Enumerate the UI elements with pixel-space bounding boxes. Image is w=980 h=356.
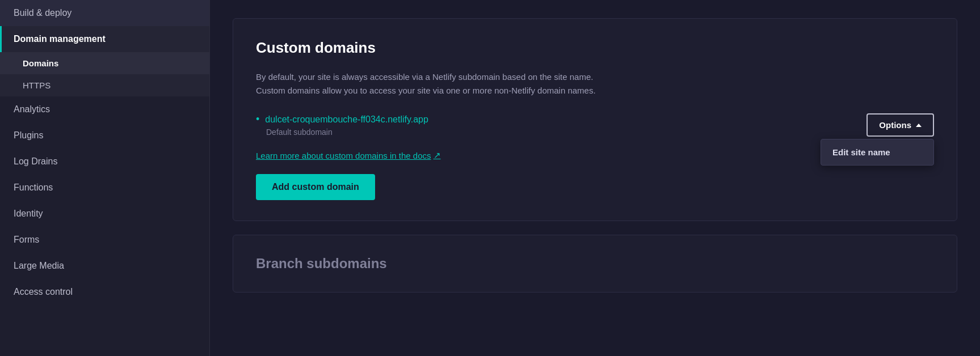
sidebar-item-large-media[interactable]: Large Media xyxy=(0,253,209,279)
sidebar-item-domain-management[interactable]: Domain management xyxy=(0,26,209,52)
options-button[interactable]: Options xyxy=(867,113,934,137)
dropdown-item-edit-site-name[interactable]: Edit site name xyxy=(821,139,933,165)
custom-domains-title: Custom domains xyxy=(256,39,934,57)
learn-more-link[interactable]: Learn more about custom domains in the d… xyxy=(256,150,441,160)
sidebar-item-forms[interactable]: Forms xyxy=(0,227,209,253)
sidebar-item-log-drains[interactable]: Log Drains xyxy=(0,149,209,175)
default-subdomain-label: Default subdomain xyxy=(256,128,428,137)
sidebar-item-analytics[interactable]: Analytics xyxy=(0,96,209,122)
sidebar: Build & deploy Domain management Domains… xyxy=(0,0,210,356)
branch-subdomains-card: Branch subdomains xyxy=(233,235,957,293)
sidebar-item-access-control[interactable]: Access control xyxy=(0,279,209,305)
domain-bullet: • dulcet-croquembouche-ff034c.netlify.ap… xyxy=(256,113,428,125)
domain-info: • dulcet-croquembouche-ff034c.netlify.ap… xyxy=(256,113,428,137)
main-content: Custom domains By default, your site is … xyxy=(210,0,980,356)
sidebar-item-plugins[interactable]: Plugins xyxy=(0,122,209,149)
sidebar-item-build-deploy[interactable]: Build & deploy xyxy=(0,0,209,26)
domain-link[interactable]: dulcet-croquembouche-ff034c.netlify.app xyxy=(265,115,428,125)
sidebar-item-functions[interactable]: Functions xyxy=(0,175,209,201)
options-dropdown: Edit site name xyxy=(821,139,934,166)
sidebar-item-identity[interactable]: Identity xyxy=(0,201,209,227)
options-button-wrapper: Options Edit site name xyxy=(867,113,934,137)
add-custom-domain-button[interactable]: Add custom domain xyxy=(256,174,375,200)
bullet-dot: • xyxy=(256,113,259,125)
branch-subdomains-title: Branch subdomains xyxy=(256,256,934,272)
custom-domains-card: Custom domains By default, your site is … xyxy=(233,18,957,221)
sidebar-sub-item-domains[interactable]: Domains xyxy=(0,52,209,74)
custom-domains-description: By default, your site is always accessib… xyxy=(256,70,934,98)
sidebar-sub-item-https[interactable]: HTTPS xyxy=(0,74,209,96)
domain-entry: • dulcet-croquembouche-ff034c.netlify.ap… xyxy=(256,113,934,137)
chevron-up-icon xyxy=(916,124,922,127)
